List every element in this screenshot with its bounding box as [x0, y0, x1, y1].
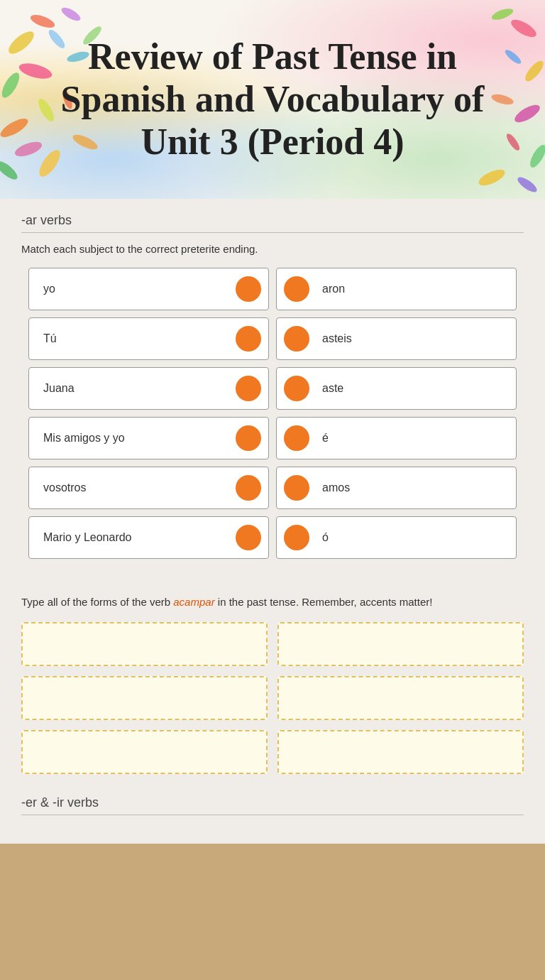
svg-point-23 [476, 166, 507, 188]
left-dot-3[interactable] [236, 376, 261, 401]
verb-instruction-before: Type all of the forms of the verb [21, 596, 173, 608]
right-dot-6[interactable] [284, 525, 309, 550]
svg-point-1 [29, 12, 57, 30]
verb-input-3[interactable] [21, 676, 268, 720]
svg-point-24 [515, 175, 539, 195]
er-ir-verbs-heading: -er & -ir verbs [21, 795, 524, 815]
ar-verbs-heading: -ar verbs [21, 213, 524, 233]
matching-instruction: Match each subject to the correct preter… [21, 243, 524, 255]
verb-input-6[interactable] [277, 730, 524, 774]
matching-row-3: Juana aste [28, 367, 517, 410]
verb-forms-grid [21, 622, 524, 774]
right-dot-2[interactable] [284, 326, 309, 352]
matching-row-1: yo aron [28, 268, 517, 310]
matching-row-5: vosotros amos [28, 467, 517, 509]
svg-point-10 [60, 5, 82, 23]
right-dot-4[interactable] [284, 425, 309, 451]
right-box-3[interactable]: aste [276, 367, 517, 410]
right-dot-1[interactable] [284, 276, 309, 302]
right-box-5[interactable]: amos [276, 467, 517, 509]
right-label-3: aste [322, 382, 343, 395]
right-dot-5[interactable] [284, 475, 309, 501]
verb-forms-section: Type all of the forms of the verb acampa… [21, 594, 524, 774]
right-label-5: amos [322, 481, 350, 494]
left-box-2[interactable]: Tú [28, 317, 269, 360]
verb-forms-instruction: Type all of the forms of the verb acampa… [21, 594, 524, 611]
left-dot-4[interactable] [236, 425, 261, 451]
left-dot-2[interactable] [236, 326, 261, 352]
left-label-6: Mario y Leonardo [43, 531, 132, 544]
verb-instruction-after: in the past tense. Remember, accents mat… [215, 596, 433, 608]
left-dot-1[interactable] [236, 276, 261, 302]
svg-point-16 [490, 6, 514, 22]
verb-name: acampar [173, 596, 214, 608]
left-box-5[interactable]: vosotros [28, 467, 269, 509]
matching-row-2: Tú asteis [28, 317, 517, 360]
verb-input-4[interactable] [277, 676, 524, 720]
main-content: -ar verbs Match each subject to the corr… [0, 199, 545, 844]
left-label-4: Mis amigos y yo [43, 432, 125, 445]
left-dot-6[interactable] [236, 525, 261, 550]
right-label-4: é [322, 432, 329, 445]
right-box-2[interactable]: asteis [276, 317, 517, 360]
left-label-1: yo [43, 283, 55, 295]
right-box-6[interactable]: ó [276, 516, 517, 559]
matching-exercise: yo aron Tú asteis [21, 268, 524, 559]
matching-row-6: Mario y Leonardo ó [28, 516, 517, 559]
left-label-3: Juana [43, 382, 75, 395]
verb-input-1[interactable] [21, 622, 268, 666]
left-box-3[interactable]: Juana [28, 367, 269, 410]
right-box-4[interactable]: é [276, 417, 517, 459]
right-dot-3[interactable] [284, 376, 309, 401]
left-box-4[interactable]: Mis amigos y yo [28, 417, 269, 459]
right-label-1: aron [322, 283, 345, 295]
left-box-6[interactable]: Mario y Leonardo [28, 516, 269, 559]
header: Review of Past Tense in Spanish and Voca… [0, 0, 545, 199]
ar-verbs-section: -ar verbs Match each subject to the corr… [21, 213, 524, 559]
right-label-2: asteis [322, 332, 352, 345]
right-box-1[interactable]: aron [276, 268, 517, 310]
left-dot-5[interactable] [236, 475, 261, 501]
right-label-6: ó [322, 531, 329, 544]
matching-row-4: Mis amigos y yo é [28, 417, 517, 459]
page-title: Review of Past Tense in Spanish and Voca… [0, 36, 545, 163]
verb-input-2[interactable] [277, 622, 524, 666]
left-label-2: Tú [43, 332, 57, 345]
verb-input-5[interactable] [21, 730, 268, 774]
left-box-1[interactable]: yo [28, 268, 269, 310]
left-label-5: vosotros [43, 481, 86, 494]
